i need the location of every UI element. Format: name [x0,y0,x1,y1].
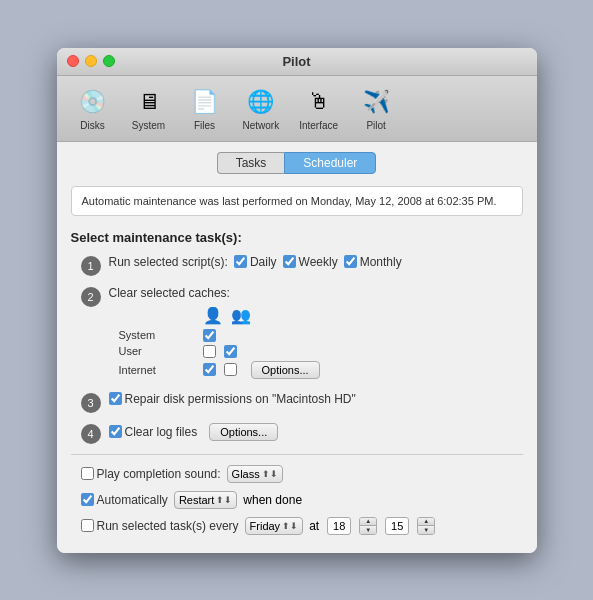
tabs-row: Tasks Scheduler [71,152,523,174]
monthly-label: Monthly [360,255,402,269]
task-3-checkbox[interactable] [109,392,122,405]
section-title: Select maintenance task(s): [71,230,523,245]
caches-header: 👤 👥 [119,306,320,325]
interface-icon: 🖱 [303,86,335,118]
cache-system-checks [203,329,237,342]
task-4-row: 4 Clear log files Options... [71,423,523,444]
task-2-num: 2 [81,287,101,307]
tab-scheduler[interactable]: Scheduler [284,152,376,174]
divider1 [71,454,523,455]
toolbar-files[interactable]: 📄 Files [179,82,231,135]
window-title: Pilot [282,54,310,69]
traffic-lights [67,55,115,67]
tab-tasks[interactable]: Tasks [217,152,285,174]
task-3-label: Repair disk permissions on "Macintosh HD… [125,392,356,406]
action-select[interactable]: Restart ⬆⬇ [174,491,237,509]
day-arrow-icon: ⬆⬇ [282,521,298,531]
weekly-label: Weekly [299,255,338,269]
play-sound-row: Play completion sound: Glass ⬆⬇ [81,465,513,483]
task-1-weekly-check[interactable]: Weekly [283,255,338,269]
hour-up-button[interactable]: ▲ [360,518,376,526]
day-select[interactable]: Friday ⬆⬇ [245,517,304,535]
toolbar-interface[interactable]: 🖱 Interface [291,82,346,135]
run-row: Run selected task(s) every Friday ⬆⬇ at … [81,517,513,535]
cache-user-row: User [119,345,320,358]
task-4-num: 4 [81,424,101,444]
when-done-label: when done [243,493,302,507]
system-icon: 🖥 [133,86,165,118]
maximize-button[interactable] [103,55,115,67]
play-sound-check[interactable]: Play completion sound: [81,467,221,481]
task-4-checkbox[interactable] [109,425,122,438]
run-checkbox[interactable] [81,519,94,532]
min-down-button[interactable]: ▼ [418,526,434,534]
user-check1[interactable] [203,345,216,358]
play-sound-label: Play completion sound: [97,467,221,481]
task-1-num: 1 [81,256,101,276]
system-check1[interactable] [203,329,216,342]
toolbar-disks[interactable]: 💿 Disks [67,82,119,135]
task-1-daily-check[interactable]: Daily [234,255,277,269]
hour-field[interactable] [327,517,351,535]
disks-icon: 💿 [77,86,109,118]
action-arrow-icon: ⬆⬇ [216,495,232,505]
user-icon: 👤 [203,306,223,325]
task-4-label: Clear log files [125,425,198,439]
monthly-checkbox[interactable] [344,255,357,268]
hour-stepper[interactable]: ▲ ▼ [359,517,377,535]
min-up-button[interactable]: ▲ [418,518,434,526]
disks-label: Disks [80,120,104,131]
files-icon: 📄 [189,86,221,118]
auto-label: Automatically [97,493,168,507]
daily-label: Daily [250,255,277,269]
caches-options-button[interactable]: Options... [251,361,320,379]
task-4-check[interactable]: Clear log files [109,425,198,439]
toolbar-network[interactable]: 🌐 Network [235,82,288,135]
min-field[interactable] [385,517,409,535]
task-1-label: Run selected script(s): [109,255,228,269]
files-label: Files [194,120,215,131]
cache-icons: 👤 👥 [203,306,251,325]
task-1-row: 1 Run selected script(s): Daily Weekly M… [71,255,523,276]
auto-checkbox[interactable] [81,493,94,506]
pilot-label: Pilot [366,120,385,131]
auto-row: Automatically Restart ⬆⬇ when done [81,491,513,509]
pilot-icon: ✈️ [360,86,392,118]
cache-system-label: System [119,329,199,341]
minimize-button[interactable] [85,55,97,67]
run-check[interactable]: Run selected task(s) every [81,519,239,533]
task4-options-button[interactable]: Options... [209,423,278,441]
action-value: Restart [179,494,214,506]
cache-internet-row: Internet Options... [119,361,320,379]
cache-internet-label: Internet [119,364,199,376]
run-label: Run selected task(s) every [97,519,239,533]
sound-select[interactable]: Glass ⬆⬇ [227,465,283,483]
task-3-check[interactable]: Repair disk permissions on "Macintosh HD… [109,392,356,406]
close-button[interactable] [67,55,79,67]
hour-down-button[interactable]: ▼ [360,526,376,534]
caches-table: 👤 👥 System User [119,306,320,382]
at-label: at [309,519,319,533]
internet-check2[interactable] [224,363,237,376]
toolbar: 💿 Disks 🖥 System 📄 Files 🌐 Network 🖱 Int… [57,76,537,142]
system-label: System [132,120,165,131]
user-check2[interactable] [224,345,237,358]
cache-internet-checks: Options... [203,361,320,379]
cache-user-checks [203,345,237,358]
cache-system-row: System [119,329,320,342]
task-1-monthly-check[interactable]: Monthly [344,255,402,269]
auto-check[interactable]: Automatically [81,493,168,507]
internet-check1[interactable] [203,363,216,376]
daily-checkbox[interactable] [234,255,247,268]
interface-label: Interface [299,120,338,131]
toolbar-pilot[interactable]: ✈️ Pilot [350,82,402,135]
day-value: Friday [250,520,281,532]
content-area: Tasks Scheduler Automatic maintenance wa… [57,142,537,553]
min-stepper[interactable]: ▲ ▼ [417,517,435,535]
toolbar-system[interactable]: 🖥 System [123,82,175,135]
info-box: Automatic maintenance was last performed… [71,186,523,216]
sound-value: Glass [232,468,260,480]
play-sound-checkbox[interactable] [81,467,94,480]
task-2-content: Clear selected caches: 👤 👥 System [109,286,320,382]
weekly-checkbox[interactable] [283,255,296,268]
